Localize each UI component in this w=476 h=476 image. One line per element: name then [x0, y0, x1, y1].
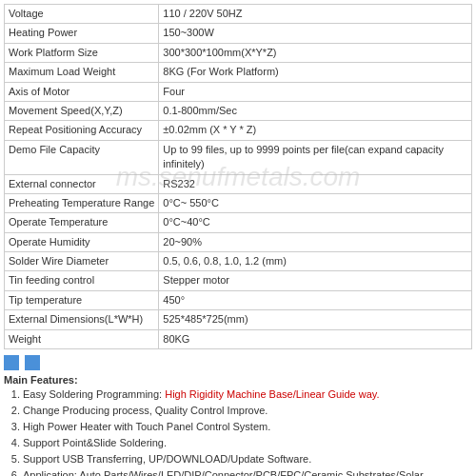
table-row: Preheating Temperature Range0°C~ 550°C [5, 193, 472, 212]
row-label: Repeat Positioning Accuracy [5, 121, 159, 140]
row-label: External connector [5, 174, 159, 193]
row-label: Demo File Capacity [5, 140, 159, 174]
row-value: 450° [159, 290, 472, 309]
table-row: Solder Wire Diameter0.5, 0.6, 0.8, 1.0, … [5, 252, 472, 271]
row-label: Tip temperature [5, 290, 159, 309]
features-title: Main Features: [4, 374, 472, 386]
row-label: Preheating Temperature Range [5, 193, 159, 212]
table-row: Heating Power150~300W [5, 24, 472, 43]
icon-1 [4, 355, 19, 370]
features-list: Easy Soldering Programming: High Rigidit… [4, 387, 472, 476]
row-label: External Dimensions(L*W*H) [5, 310, 159, 329]
table-row: Voltage110 / 220V 50HZ [5, 5, 472, 24]
main-features: Main Features: Easy Soldering Programmin… [4, 374, 472, 476]
table-row: Tip temperature450° [5, 290, 472, 309]
row-value: RS232 [159, 174, 472, 193]
row-label: Tin feeding control [5, 271, 159, 290]
table-row: Operate Humidity20~90% [5, 232, 472, 251]
feature-item: Support USB Transferring, UP/DOWNLOAD/Up… [23, 452, 472, 467]
row-label: Solder Wire Diameter [5, 252, 159, 271]
page-wrapper: ms.senufmetals.com Voltage110 / 220V 50H… [0, 0, 476, 476]
row-value: 0°C~ 550°C [159, 193, 472, 212]
row-label: Axis of Motor [5, 82, 159, 101]
feature-item: Easy Soldering Programming: High Rigidit… [23, 387, 472, 403]
table-row: Demo File CapacityUp to 99 files, up to … [5, 140, 472, 174]
table-row: Axis of MotorFour [5, 82, 472, 101]
row-label: Weight [5, 329, 159, 348]
table-row: Repeat Positioning Accuracy±0.02mm (X * … [5, 121, 472, 140]
row-label: Heating Power [5, 24, 159, 43]
row-label: Operate Humidity [5, 232, 159, 251]
row-value: 525*485*725(mm) [159, 310, 472, 329]
row-value: 300*300*100mm(X*Y*Z) [159, 43, 472, 62]
row-value: 0.1-800mm/Sec [159, 101, 472, 120]
table-row: External Dimensions(L*W*H)525*485*725(mm… [5, 310, 472, 329]
row-label: Maximum Load Weight [5, 63, 159, 82]
row-value: 20~90% [159, 232, 472, 251]
row-value: 110 / 220V 50HZ [159, 5, 472, 24]
row-value: Stepper motor [159, 271, 472, 290]
table-row: Work Platform Size300*300*100mm(X*Y*Z) [5, 43, 472, 62]
feature-item: Application: Auto Parts/Wires/LED/DIP/Co… [23, 468, 472, 476]
row-label: Operate Temperature [5, 213, 159, 232]
specs-table: Voltage110 / 220V 50HZHeating Power150~3… [4, 4, 472, 349]
table-row: Weight80KG [5, 329, 472, 348]
row-value: 80KG [159, 329, 472, 348]
row-value: 0.5, 0.6, 0.8, 1.0, 1.2 (mm) [159, 252, 472, 271]
table-row: Operate Temperature0°C~40°C [5, 213, 472, 232]
feature-item: Change Producing process, Quality Contro… [23, 404, 472, 419]
row-value: ±0.02mm (X * Y * Z) [159, 121, 472, 140]
row-label: Work Platform Size [5, 43, 159, 62]
table-row: Tin feeding controlStepper motor [5, 271, 472, 290]
table-row: Maximum Load Weight8KG (For Work Platfor… [5, 63, 472, 82]
content-area: ms.senufmetals.com Voltage110 / 220V 50H… [4, 4, 472, 349]
icon-row [4, 355, 472, 370]
feature-item: High Power Heater with Touch Panel Contr… [23, 420, 472, 435]
row-value: 8KG (For Work Platform) [159, 63, 472, 82]
row-value: 150~300W [159, 24, 472, 43]
row-value: Up to 99 files, up to 9999 points per fi… [159, 140, 472, 174]
feature-item: Support Point&Slide Soldering. [23, 436, 472, 451]
icon-2 [25, 355, 40, 370]
row-label: Voltage [5, 5, 159, 24]
table-row: Movement Speed(X,Y,Z)0.1-800mm/Sec [5, 101, 472, 120]
row-label: Movement Speed(X,Y,Z) [5, 101, 159, 120]
table-row: External connectorRS232 [5, 174, 472, 193]
row-value: Four [159, 82, 472, 101]
row-value: 0°C~40°C [159, 213, 472, 232]
